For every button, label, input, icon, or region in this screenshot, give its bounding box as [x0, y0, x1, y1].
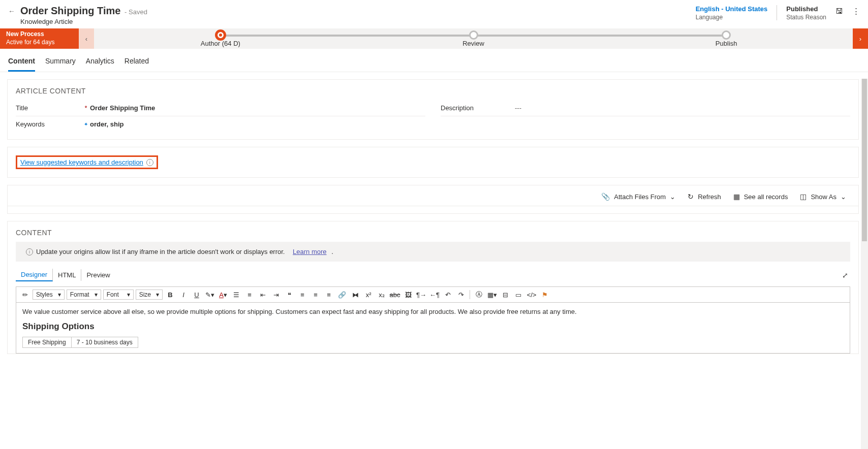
styles-dropdown[interactable]: Styles▾	[33, 290, 65, 300]
ltr-icon[interactable]: ¶→	[416, 289, 427, 300]
undo-icon[interactable]: ↶	[442, 289, 453, 300]
blockquote-icon[interactable]: ❝	[284, 289, 295, 300]
attach-files-button[interactable]: 📎 Attach Files From ⌄	[601, 193, 675, 201]
font-color-icon[interactable]: A▾	[218, 289, 229, 300]
language-label: Language	[696, 14, 768, 21]
divider	[777, 5, 777, 20]
number-list-icon[interactable]: ≡	[244, 289, 255, 300]
vertical-scrollbar[interactable]	[861, 79, 868, 354]
required-icon: *	[82, 104, 90, 112]
collapse-icon[interactable]: ⊟	[500, 289, 511, 300]
intro-text: We value customer service above all else…	[22, 308, 844, 315]
table-cell: 7 - 10 business days	[71, 337, 138, 348]
scrollbar-thumb[interactable]	[862, 79, 867, 241]
see-all-records-button[interactable]: ▦ See all records	[733, 193, 788, 201]
view-suggested-link[interactable]: View suggested keywords and description	[20, 158, 143, 166]
format-dropdown[interactable]: Format▾	[67, 290, 101, 300]
info-icon: i	[26, 248, 33, 255]
align-center-icon[interactable]: ≡	[310, 289, 321, 300]
refresh-button[interactable]: ↻ Refresh	[688, 193, 721, 201]
chevron-down-icon: ⌄	[841, 193, 846, 201]
format-painter-icon[interactable]: ✏	[19, 289, 30, 300]
description-label: Description	[441, 104, 507, 112]
more-icon[interactable]: ⋮	[852, 5, 860, 16]
grid-icon: ▦	[733, 193, 740, 201]
bullet-list-icon[interactable]: ☰	[231, 289, 242, 300]
keywords-label: Keywords	[16, 120, 82, 128]
outdent-icon[interactable]: ⇤	[257, 289, 268, 300]
learn-more-link[interactable]: Learn more	[293, 248, 326, 255]
page-title: Order Shipping Time	[20, 5, 120, 16]
refresh-icon: ↻	[688, 193, 694, 201]
superscript-icon[interactable]: x²	[363, 289, 374, 300]
editor-tab-preview[interactable]: Preview	[81, 269, 115, 281]
size-dropdown[interactable]: Size▾	[136, 290, 163, 300]
image-icon[interactable]: 🖼	[402, 289, 414, 300]
subscript-icon[interactable]: x₂	[376, 289, 387, 300]
layout-icon: ◫	[800, 193, 807, 201]
chevron-down-icon: ⌄	[670, 193, 675, 201]
clear-format-icon[interactable]: Ⓐ	[473, 289, 484, 300]
status-label: Status Reason	[786, 14, 826, 21]
paperclip-icon: 📎	[601, 193, 610, 201]
entity-subtitle: Knowledge Article	[20, 18, 696, 25]
table-icon[interactable]: ▦▾	[486, 289, 498, 300]
description-input[interactable]: ---	[515, 104, 850, 112]
process-prev-button[interactable]: ‹	[79, 28, 94, 49]
title-input[interactable]: Order Shipping Time	[90, 104, 425, 112]
section-title-article: ARTICLE CONTENT	[16, 87, 850, 95]
expand-icon[interactable]: ⤢	[840, 269, 850, 281]
editor-content-area[interactable]: We value customer service above all else…	[16, 303, 850, 353]
align-left-icon[interactable]: ≡	[297, 289, 308, 300]
show-as-button[interactable]: ◫ Show As ⌄	[800, 193, 846, 201]
language-value[interactable]: English - United States	[696, 5, 768, 13]
stage-review[interactable]: Review	[347, 30, 600, 47]
rtl-icon[interactable]: ←¶	[429, 289, 440, 300]
shipping-options-heading: Shipping Options	[22, 322, 844, 332]
stage-dot-active-icon	[215, 29, 226, 41]
unlink-icon[interactable]: ⧓	[350, 289, 361, 300]
section-title-content: CONTENT	[16, 229, 850, 237]
banner-text: Update your origins allow list if any if…	[36, 248, 285, 255]
indent-icon[interactable]: ⇥	[270, 289, 282, 300]
flag-icon[interactable]: ⚑	[539, 289, 550, 300]
tab-content[interactable]: Content	[8, 54, 35, 72]
back-button[interactable]: ←	[8, 7, 15, 15]
italic-icon[interactable]: I	[178, 289, 189, 300]
embed-icon[interactable]: ▭	[513, 289, 524, 300]
process-next-button[interactable]: ›	[853, 28, 868, 49]
stage-dot-icon	[469, 30, 478, 40]
font-dropdown[interactable]: Font▾	[103, 290, 134, 300]
title-label: Title	[16, 104, 82, 112]
link-icon[interactable]: 🔗	[336, 289, 348, 300]
process-name: New Process	[6, 30, 73, 39]
editor-toolbar: ✏ Styles▾ Format▾ Font▾ Size▾ B I U ✎▾ A…	[16, 287, 850, 303]
tab-related[interactable]: Related	[125, 54, 149, 72]
underline-icon[interactable]: U	[191, 289, 202, 300]
stage-publish[interactable]: Publish	[600, 30, 853, 47]
tab-summary[interactable]: Summary	[45, 54, 76, 72]
process-duration: Active for 64 days	[6, 39, 73, 47]
suggest-highlight: View suggested keywords and description …	[16, 155, 158, 169]
stage-author[interactable]: Author (64 D)	[94, 30, 347, 47]
tab-analytics[interactable]: Analytics	[86, 54, 114, 72]
redo-icon[interactable]: ↷	[455, 289, 467, 300]
recommended-icon: ✦	[82, 121, 90, 127]
editor-tab-html[interactable]: HTML	[53, 269, 81, 281]
bold-icon[interactable]: B	[165, 289, 176, 300]
save-icon[interactable]: 🖫	[835, 5, 843, 15]
align-right-icon[interactable]: ≡	[323, 289, 334, 300]
stage-dot-icon	[722, 30, 731, 40]
process-tag[interactable]: New Process Active for 64 days	[0, 28, 79, 49]
table-cell: Free Shipping	[23, 337, 72, 348]
saved-state: - Saved	[125, 8, 147, 16]
shipping-table: Free Shipping 7 - 10 business days	[22, 337, 138, 348]
keywords-input[interactable]: order, ship	[90, 120, 425, 128]
strikethrough-icon[interactable]: abc	[389, 289, 400, 300]
highlight-icon[interactable]: ✎▾	[204, 289, 215, 300]
info-icon[interactable]: i	[146, 159, 153, 166]
source-icon[interactable]: </>	[526, 289, 537, 300]
editor-tab-designer[interactable]: Designer	[16, 269, 53, 281]
status-value: Published	[786, 5, 826, 13]
